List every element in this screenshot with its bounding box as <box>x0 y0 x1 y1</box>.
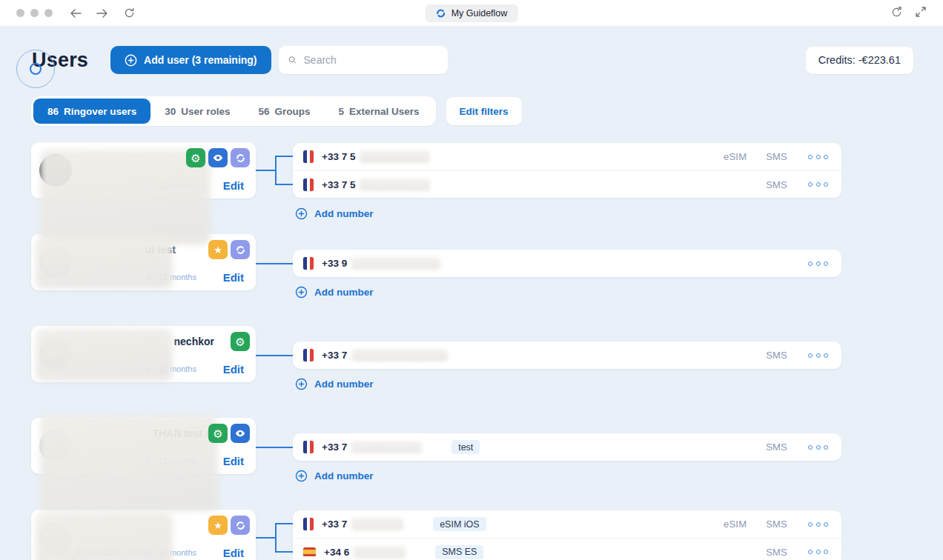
sms-label: SMS <box>766 441 787 453</box>
edit-user-link[interactable]: Edit <box>223 271 244 284</box>
spain-flag-icon <box>303 547 316 557</box>
add-number-link[interactable]: Add number <box>295 470 374 482</box>
tab-user-roles[interactable]: 30 User roles <box>150 99 244 124</box>
tab-label: Groups <box>274 106 310 117</box>
esim-label: eSIM <box>724 519 747 530</box>
license-label: a - 12 months <box>147 273 196 281</box>
eye-badge-icon[interactable] <box>208 148 228 167</box>
sms-label: SMS <box>766 151 787 162</box>
tab-count: 30 <box>165 106 176 117</box>
expand-icon[interactable] <box>915 6 927 21</box>
france-flag-icon <box>303 349 314 361</box>
connector-line <box>275 524 277 553</box>
edit-filters-button[interactable]: Edit filters <box>446 97 522 125</box>
number-tag: SMS ES <box>435 545 483 559</box>
user-row: ui test ★ a - 12 months Edit +33 9 <box>31 234 943 326</box>
user-row: nechkor ⚙ e - 12 months Edit +33 7 SMS <box>31 326 943 418</box>
plus-circle-icon <box>125 54 137 67</box>
redacted-number <box>354 546 406 559</box>
star-badge-icon[interactable]: ★ <box>208 516 228 535</box>
redacted-number <box>360 150 430 163</box>
back-icon[interactable] <box>69 7 82 20</box>
tab-title: My Guideflow <box>451 8 508 19</box>
edit-user-link[interactable]: Edit <box>223 455 244 467</box>
row-menu-button[interactable] <box>807 547 830 557</box>
add-number-label: Add number <box>314 470 374 481</box>
star-badge-icon[interactable]: ★ <box>208 240 228 259</box>
row-menu-button[interactable] <box>807 350 830 361</box>
tab-external-users[interactable]: 5 External Users <box>324 99 433 124</box>
sms-label: SMS <box>766 350 787 361</box>
row-menu-button[interactable] <box>807 442 830 453</box>
license-label: e - 12 months <box>147 181 196 190</box>
tab-count: 56 <box>258 106 269 117</box>
number-row: +33 7 SMS <box>293 341 841 369</box>
row-menu-button[interactable] <box>807 179 830 190</box>
sync-badge-icon[interactable] <box>231 240 250 259</box>
connector-line <box>275 184 293 185</box>
search-input[interactable] <box>304 54 438 66</box>
row-menu-button[interactable] <box>807 519 830 530</box>
tab-label: Ringover users <box>64 106 136 117</box>
sync-badge-icon[interactable] <box>231 516 250 535</box>
guideflow-logo-icon <box>436 8 446 19</box>
sms-label: SMS <box>766 547 787 558</box>
edit-user-link[interactable]: Edit <box>223 363 244 376</box>
row-menu-button[interactable] <box>807 259 830 269</box>
number-row: +33 9 <box>293 250 841 277</box>
tab-ringover-users[interactable]: 86 Ringover users <box>33 99 150 124</box>
plus-circle-icon <box>295 470 308 482</box>
number-row: +33 7 eSIM iOS eSIM SMS <box>293 510 841 538</box>
tab-label: User roles <box>181 106 230 117</box>
edit-user-link[interactable]: Edit <box>223 179 244 192</box>
number-row: +34 6 SMS ES SMS <box>293 538 841 560</box>
tabs-container: 86 Ringover users 30 User roles 56 Group… <box>31 96 436 126</box>
window-controls <box>16 9 53 17</box>
add-number-label: Add number <box>314 379 374 390</box>
gear-badge-icon[interactable]: ⚙ <box>231 332 250 351</box>
eye-badge-icon[interactable] <box>231 424 250 443</box>
row-menu-button[interactable] <box>807 152 830 162</box>
window-dot-icon <box>30 9 39 17</box>
add-number-link[interactable]: Add number <box>295 378 374 390</box>
esim-label: eSIM <box>724 151 747 162</box>
copy-link-icon[interactable] <box>890 6 903 21</box>
france-flag-icon <box>303 441 314 453</box>
phone-number: +33 9 <box>322 258 347 269</box>
connector-line <box>256 170 276 171</box>
add-number-label: Add number <box>314 287 374 298</box>
user-name: nechkor <box>174 336 214 347</box>
forward-icon[interactable] <box>96 7 109 20</box>
browser-tab[interactable]: My Guideflow <box>426 4 518 22</box>
add-number-link[interactable]: Add number <box>295 286 374 299</box>
avatar <box>39 154 72 187</box>
avatar <box>39 246 72 279</box>
numbers-panel: +33 9 <box>293 250 841 277</box>
sync-badge-icon[interactable] <box>231 148 250 167</box>
search-box[interactable] <box>279 46 448 74</box>
numbers-panel: +33 7 5 eSIM SMS +33 7 5 SMS <box>293 143 841 198</box>
france-flag-icon <box>303 150 314 163</box>
plus-circle-icon <box>295 286 308 299</box>
user-card: THAN test Alo ⚙ e - 12 months Edit <box>31 418 256 474</box>
user-row: ★ ADVANCED License - 12 months Edit +33 … <box>31 510 943 560</box>
gear-badge-icon[interactable]: ⚙ <box>208 424 228 443</box>
number-tag: test <box>451 440 480 454</box>
user-card: nechkor ⚙ e - 12 months Edit <box>31 326 256 382</box>
tab-count: 5 <box>338 106 344 117</box>
license-label: ADVANCED License - 12 months <box>76 548 196 557</box>
license-label: e - 12 months <box>147 456 196 465</box>
reload-icon[interactable] <box>122 7 136 20</box>
add-number-link[interactable]: Add number <box>295 207 374 220</box>
tab-groups[interactable]: 56 Groups <box>244 99 324 124</box>
edit-user-link[interactable]: Edit <box>223 547 244 559</box>
user-card: ⚙ e - 12 months Edit <box>31 142 256 199</box>
add-user-button[interactable]: Add user (3 remaining) <box>110 46 271 74</box>
gear-badge-icon[interactable]: ⚙ <box>186 148 205 167</box>
phone-number: +33 7 <box>322 441 347 453</box>
redacted-number <box>351 257 440 270</box>
users-list: ⚙ e - 12 months Edit +33 7 5 <box>31 142 943 560</box>
phone-number: +33 7 5 <box>322 179 355 190</box>
connector-line <box>275 523 293 524</box>
number-row: +33 7 5 eSIM SMS <box>293 143 841 170</box>
